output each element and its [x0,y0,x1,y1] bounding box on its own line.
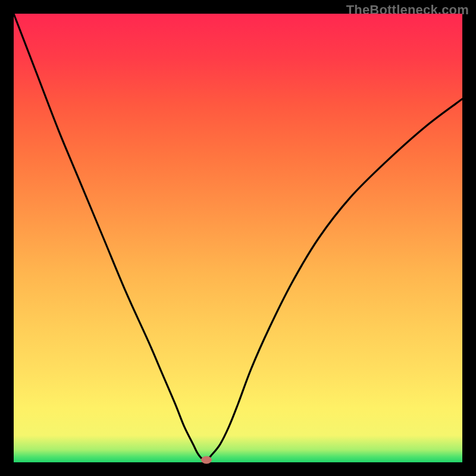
minimum-marker [201,456,212,464]
plot-area [14,14,462,462]
bottleneck-curve [14,14,462,462]
curve-path [14,14,462,461]
chart-frame: TheBottleneck.com [0,0,476,476]
